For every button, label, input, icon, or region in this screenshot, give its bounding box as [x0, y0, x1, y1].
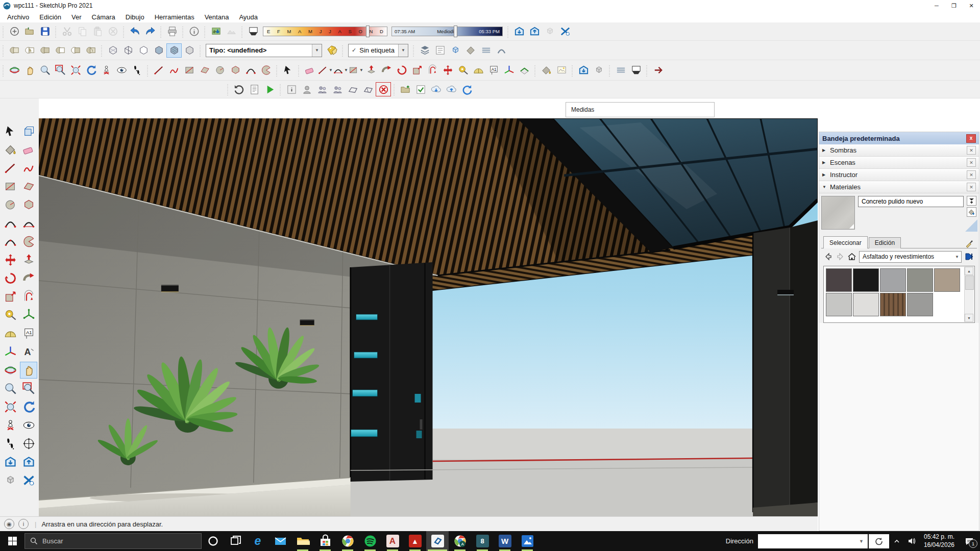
tape-measure-icon[interactable]: [455, 63, 471, 78]
tool-pie[interactable]: [20, 233, 37, 250]
tool-follow-me[interactable]: [20, 270, 37, 287]
tool-axes-3d[interactable]: [20, 307, 37, 323]
taskbar-app-acrobat[interactable]: ▲: [404, 531, 426, 551]
info-icon[interactable]: i: [18, 519, 29, 529]
warehouse-get-icon[interactable]: [511, 24, 527, 39]
wireframe-icon[interactable]: [120, 43, 136, 58]
materials-icon[interactable]: [463, 43, 478, 58]
taskbar-app-store[interactable]: [314, 531, 336, 551]
move-icon[interactable]: [440, 63, 455, 78]
tool-previous-view[interactable]: [20, 398, 37, 415]
address-input[interactable]: ▼: [758, 534, 868, 548]
warehouse-get-icon[interactable]: [576, 63, 591, 78]
time-slider-handle[interactable]: [454, 26, 457, 37]
hidden-line-icon[interactable]: [136, 43, 151, 58]
close-icon[interactable]: ✕: [967, 170, 976, 179]
material-swatch-hormigon-claro[interactable]: [826, 293, 852, 316]
tray-title-bar[interactable]: Bandeja predeterminada x: [819, 132, 979, 144]
extension-warehouse-icon[interactable]: [557, 24, 573, 39]
paste-icon[interactable]: [90, 24, 105, 39]
polygon-icon[interactable]: [228, 63, 243, 78]
subtract-icon[interactable]: [53, 43, 68, 58]
rectangle-icon[interactable]: [182, 63, 197, 78]
scroll-down-icon[interactable]: ▼: [965, 314, 973, 322]
wire-b-icon[interactable]: [360, 82, 376, 96]
tool-warehouse-get[interactable]: [2, 454, 19, 470]
match-photo-icon[interactable]: [554, 63, 569, 78]
save-icon[interactable]: [37, 24, 53, 39]
entity-info-icon[interactable]: [284, 82, 299, 96]
offset-icon[interactable]: [425, 63, 440, 78]
tool-rotate[interactable]: [2, 270, 19, 287]
tool-paint-bucket[interactable]: [2, 141, 19, 158]
tool-offset[interactable]: [20, 288, 37, 305]
create-material-button[interactable]: [967, 207, 976, 217]
freehand-icon[interactable]: [166, 63, 182, 78]
material-swatch-negro[interactable]: [853, 268, 879, 292]
tool-zoom-window[interactable]: [20, 380, 37, 397]
eraser-icon[interactable]: [302, 63, 317, 78]
pie-icon[interactable]: [258, 63, 274, 78]
tool-line[interactable]: [2, 160, 19, 177]
tool-circle[interactable]: [2, 196, 19, 213]
close-button[interactable]: ✕: [963, 0, 980, 11]
menu-ayuda[interactable]: Ayuda: [234, 11, 263, 22]
eyedropper-icon[interactable]: [965, 238, 975, 248]
tab-edicion[interactable]: Edición: [869, 237, 901, 248]
close-icon[interactable]: ✕: [967, 146, 976, 155]
menu-ventana[interactable]: Ventana: [200, 11, 234, 22]
shaded-textures-icon[interactable]: [166, 43, 182, 58]
taskbar-app-task-view[interactable]: [224, 531, 247, 551]
tool-freehand[interactable]: [20, 160, 37, 177]
scale-icon[interactable]: [409, 63, 425, 78]
address-go-button[interactable]: [869, 534, 889, 548]
zoom-window-icon[interactable]: [53, 63, 68, 78]
menu-cámara[interactable]: Cámara: [87, 11, 120, 22]
minimize-button[interactable]: ─: [928, 0, 945, 11]
measurements-box[interactable]: Medidas: [566, 102, 715, 117]
arc-icon[interactable]: [243, 63, 258, 78]
tool-compass[interactable]: [20, 435, 37, 452]
text-icon[interactable]: A1: [486, 63, 501, 78]
scroll-up-icon[interactable]: ▲: [965, 267, 973, 275]
print-icon[interactable]: [164, 24, 180, 39]
components-icon[interactable]: [448, 43, 463, 58]
cloud-up-icon[interactable]: [444, 82, 459, 96]
tool-two-point-arc[interactable]: [20, 215, 37, 232]
tool-3d-text[interactable]: A: [20, 343, 37, 360]
protractor-icon[interactable]: [471, 63, 486, 78]
back-arrow-icon[interactable]: [824, 252, 833, 261]
tool-component-share[interactable]: [2, 472, 19, 489]
taskbar-app-sketchup[interactable]: [426, 531, 449, 551]
delete-icon[interactable]: [105, 24, 120, 39]
walk-icon[interactable]: [129, 63, 144, 78]
rectangle-icon[interactable]: ▼: [348, 63, 363, 78]
tool-zoom-extents[interactable]: [2, 398, 19, 415]
intersect-icon[interactable]: [22, 43, 37, 58]
monochrome-icon[interactable]: [182, 43, 197, 58]
menu-archivo[interactable]: Archivo: [2, 11, 34, 22]
taskbar-app-chrome-alt[interactable]: A: [449, 531, 471, 551]
menu-herramientas[interactable]: Herramientas: [150, 11, 200, 22]
menu-ver[interactable]: Ver: [66, 11, 87, 22]
hidden-icons-chevron[interactable]: [889, 531, 904, 551]
tags-icon[interactable]: [324, 43, 339, 58]
tool-look-around[interactable]: [20, 417, 37, 434]
fog-icon[interactable]: [478, 43, 494, 58]
close-icon[interactable]: ✕: [967, 158, 976, 167]
tool-axes[interactable]: [2, 343, 19, 360]
material-name-input[interactable]: [858, 196, 964, 207]
toggle-terrain-icon[interactable]: [224, 24, 239, 39]
zoom-extents-icon[interactable]: [68, 63, 83, 78]
soften-icon[interactable]: [494, 43, 509, 58]
display-secondary-selection-button[interactable]: [967, 196, 976, 206]
taskbar-app-file-explorer[interactable]: [291, 531, 314, 551]
tool-rotated-rectangle[interactable]: [20, 178, 37, 195]
home-icon[interactable]: [847, 252, 856, 261]
tool-tape-measure[interactable]: [2, 307, 19, 323]
tool-rectangle[interactable]: [2, 178, 19, 195]
tool-polygon[interactable]: [20, 196, 37, 213]
tool-pan[interactable]: [20, 362, 37, 379]
menu-edición[interactable]: Edición: [34, 11, 66, 22]
geolocation-icon[interactable]: ◉: [4, 519, 14, 529]
